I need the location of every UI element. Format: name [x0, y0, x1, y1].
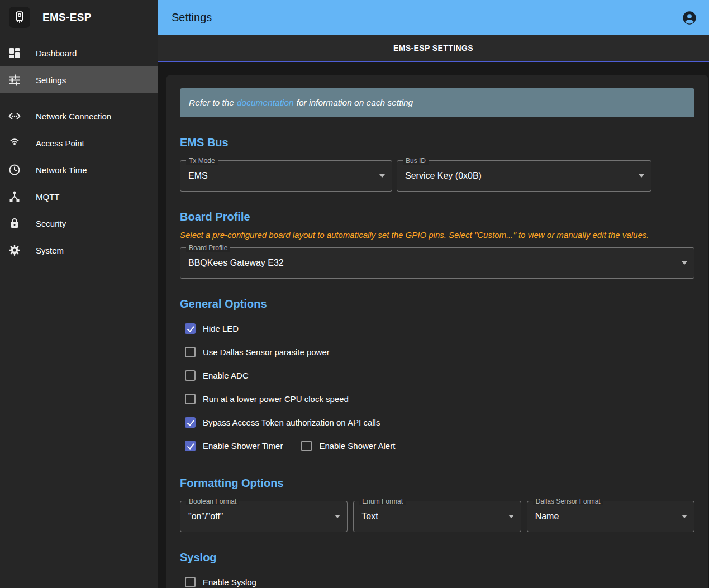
sidebar-header: EMS-ESP — [0, 0, 158, 35]
sidebar-item-label: Access Point — [36, 138, 84, 148]
sidebar-item-security[interactable]: Security — [0, 210, 158, 237]
info-alert: Refer to the documentation for informati… — [180, 88, 694, 117]
checkbox-label: Enable Shower Alert — [319, 441, 395, 451]
documentation-link[interactable]: documentation — [237, 98, 294, 108]
sidebar-nav: Dashboard Settings Network Connection — [0, 35, 158, 264]
sidebar: EMS-ESP Dashboard Settings Networ — [0, 0, 158, 588]
dropdown-arrow-icon — [639, 174, 644, 178]
settings-panel: Refer to the documentation for informati… — [166, 75, 708, 588]
checkbox-label: Enable Shower Timer — [203, 441, 283, 451]
checkbox-icon[interactable] — [185, 370, 196, 381]
dallas-sensor-format-label: Dallas Sensor Format — [533, 498, 603, 505]
clock-icon — [8, 163, 21, 176]
checkbox-row-shower-alert[interactable]: Enable Shower Alert — [296, 434, 395, 458]
bus-id-label: Bus ID — [403, 157, 429, 165]
checkbox-label: Enable ADC — [203, 371, 249, 380]
section-title-general-options: General Options — [180, 298, 694, 310]
sidebar-item-system[interactable]: System — [0, 237, 158, 264]
sidebar-divider — [0, 98, 158, 98]
board-profile-label: Board Profile — [186, 244, 230, 252]
checkbox-icon[interactable] — [185, 394, 196, 404]
sidebar-item-label: Security — [36, 219, 66, 228]
sidebar-item-label: Settings — [36, 75, 66, 85]
checkbox-icon[interactable] — [185, 323, 196, 334]
app-title: EMS-ESP — [42, 11, 92, 23]
section-title-board-profile: Board Profile — [180, 211, 694, 223]
section-title-formatting-options: Formatting Options — [180, 477, 694, 490]
sidebar-item-access-point[interactable]: Access Point — [0, 130, 158, 156]
sidebar-item-label: MQTT — [36, 192, 60, 202]
checkbox-row-bypass-token[interactable]: Bypass Access Token authorization on API… — [180, 411, 694, 434]
boolean-format-value: "on"/"off" — [188, 511, 223, 522]
account-circle-icon[interactable] — [682, 10, 697, 26]
checkbox-row-dallas-parasite[interactable]: Use Dallas Sensor parasite power — [180, 341, 694, 364]
board-profile-value: BBQKees Gateway E32 — [188, 258, 284, 268]
checkbox-row-cpu-clock[interactable]: Run at a lower power CPU clock speed — [180, 388, 694, 411]
enum-format-select[interactable]: Enum Format Text — [353, 501, 521, 532]
board-profile-hint: Select a pre-configured board layout to … — [180, 230, 694, 241]
dashboard-icon — [8, 46, 21, 60]
app-root: EMS-ESP Dashboard Settings Networ — [0, 0, 709, 588]
tab-label: EMS-ESP SETTINGS — [393, 44, 473, 52]
sidebar-item-network-connection[interactable]: Network Connection — [0, 103, 158, 130]
app-logo-icon — [9, 7, 30, 28]
bus-id-value: Service Key (0x0B) — [405, 171, 482, 181]
content-area: Refer to the documentation for informati… — [158, 62, 709, 588]
dropdown-arrow-icon — [682, 261, 687, 265]
tx-mode-select[interactable]: Tx Mode EMS — [180, 160, 392, 192]
main-area: Settings EMS-ESP SETTINGS Refer to the d… — [158, 0, 709, 588]
alert-text-before: Refer to the — [189, 98, 234, 108]
tx-mode-value: EMS — [188, 171, 208, 181]
checkbox-row-enable-adc[interactable]: Enable ADC — [180, 364, 694, 388]
checkbox-icon[interactable] — [185, 577, 196, 587]
sidebar-item-dashboard[interactable]: Dashboard — [0, 40, 158, 66]
checkbox-icon[interactable] — [185, 441, 196, 451]
checkbox-icon[interactable] — [185, 417, 196, 428]
dropdown-arrow-icon — [508, 515, 514, 518]
lock-icon — [8, 217, 21, 230]
dropdown-arrow-icon — [379, 174, 385, 178]
sidebar-item-label: Dashboard — [36, 49, 77, 58]
checkbox-label: Hide LED — [203, 324, 239, 333]
dropdown-arrow-icon — [335, 515, 340, 518]
alert-text-after: for information on each setting — [297, 98, 413, 108]
sidebar-item-label: Network Time — [36, 165, 87, 175]
section-title-ems-bus: EMS Bus — [180, 136, 694, 149]
formatting-fields-row: Boolean Format "on"/"off" Enum Format Te… — [180, 496, 694, 532]
sidebar-item-label: Network Connection — [36, 112, 111, 121]
checkbox-label: Use Dallas Sensor parasite power — [203, 347, 330, 357]
tune-icon — [8, 73, 21, 87]
device-hub-icon — [8, 190, 21, 203]
tx-mode-label: Tx Mode — [186, 157, 218, 165]
gear-icon — [8, 243, 21, 257]
enum-format-label: Enum Format — [359, 498, 406, 505]
sidebar-item-mqtt[interactable]: MQTT — [0, 183, 158, 210]
shower-options-row: Enable Shower Timer Enable Shower Alert — [180, 434, 694, 458]
top-app-bar: Settings — [158, 0, 709, 35]
dropdown-arrow-icon — [682, 515, 687, 518]
section-title-syslog: Syslog — [180, 551, 694, 564]
ems-bus-fields-row: Tx Mode EMS Bus ID Service Key (0x0B) — [180, 156, 694, 192]
boolean-format-label: Boolean Format — [186, 498, 239, 505]
checkbox-label: Bypass Access Token authorization on API… — [203, 418, 380, 427]
checkbox-row-shower-timer[interactable]: Enable Shower Timer — [180, 434, 283, 458]
sidebar-item-label: System — [36, 246, 64, 255]
dallas-sensor-format-select[interactable]: Dallas Sensor Format Name — [527, 501, 694, 532]
tab-ems-esp-settings[interactable]: EMS-ESP SETTINGS — [158, 35, 709, 62]
checkbox-row-hide-led[interactable]: Hide LED — [180, 317, 694, 341]
ethernet-settings-icon — [8, 109, 21, 123]
checkbox-label: Enable Syslog — [203, 577, 256, 587]
checkbox-icon[interactable] — [301, 441, 312, 451]
wifi-tethering-icon — [8, 136, 21, 150]
sidebar-item-network-time[interactable]: Network Time — [0, 156, 158, 183]
checkbox-label: Run at a lower power CPU clock speed — [203, 394, 349, 404]
board-profile-select[interactable]: Board Profile BBQKees Gateway E32 — [180, 247, 694, 279]
checkbox-row-enable-syslog[interactable]: Enable Syslog — [180, 571, 694, 588]
sidebar-item-settings[interactable]: Settings — [0, 66, 158, 93]
dallas-sensor-format-value: Name — [535, 511, 559, 522]
page-title: Settings — [172, 11, 212, 24]
bus-id-select[interactable]: Bus ID Service Key (0x0B) — [397, 160, 651, 192]
boolean-format-select[interactable]: Boolean Format "on"/"off" — [180, 501, 348, 532]
enum-format-value: Text — [361, 511, 378, 522]
checkbox-icon[interactable] — [185, 347, 196, 357]
